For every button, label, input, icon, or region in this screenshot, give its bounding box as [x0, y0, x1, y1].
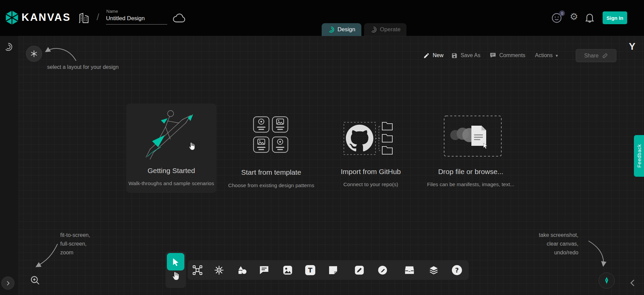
shapes-tool[interactable]	[237, 265, 247, 275]
zoom-hint-text: fit-to-screen, full-screen, zoom	[60, 231, 90, 257]
comments-icon	[490, 52, 496, 59]
kanvas-app: KANVAS / Name Design Operate 0 ⚙	[0, 0, 644, 295]
notification-count-badge: 0	[559, 10, 565, 16]
new-button-label: New	[433, 52, 443, 58]
drawer-tool[interactable]	[404, 265, 415, 275]
save-as-button[interactable]: Save As	[451, 49, 480, 62]
drawer-tray-icon	[404, 265, 415, 275]
file-icon	[471, 126, 487, 149]
provider-icon[interactable]: 0	[551, 12, 562, 24]
tab-design[interactable]: Design	[322, 23, 361, 36]
actions-label: Actions	[535, 52, 552, 58]
notifications-bell-icon[interactable]	[584, 12, 595, 23]
share-label: Share	[584, 53, 599, 59]
hand-pointer-cursor-icon	[187, 141, 197, 151]
app-header: KANVAS / Name Design Operate 0 ⚙	[0, 0, 644, 36]
breadcrumb-separator: /	[97, 12, 99, 23]
github-import-illustration	[330, 118, 411, 159]
sign-in-button[interactable]: Sign In	[603, 11, 627, 24]
template-card-title: Start from template	[226, 168, 316, 176]
brand-name: KANVAS	[22, 11, 71, 24]
share-button[interactable]: Share	[576, 49, 616, 62]
getting-started-subtitle: Walk-throughs and sample scenarios	[113, 180, 230, 186]
feedback-tab[interactable]: Feedback	[634, 135, 644, 177]
comments-button[interactable]: Comments	[490, 49, 525, 62]
comment-tool[interactable]	[259, 265, 269, 275]
kanvas-spiral-icon[interactable]	[4, 42, 13, 51]
note-tool[interactable]	[328, 265, 338, 275]
media-tool[interactable]	[283, 265, 293, 275]
expand-left-panel-button[interactable]	[1, 277, 14, 290]
cursor-arrow-icon	[171, 257, 180, 266]
kanvas-logo-icon[interactable]	[4, 10, 20, 25]
actions-dropdown[interactable]: Actions ▾	[535, 49, 558, 62]
settings-gear-icon[interactable]: ⚙	[570, 11, 578, 22]
import-from-github-card[interactable]: Import from GitHub Connect to your repo(…	[326, 114, 416, 192]
kubernetes-tool[interactable]	[214, 265, 224, 275]
image-icon	[283, 265, 293, 275]
brush-circle-icon	[378, 265, 388, 275]
draw-brush-tool[interactable]	[378, 265, 388, 275]
template-thumbnail-icon	[272, 116, 288, 133]
drop-card-subtitle: Files can be manifests, images, text...	[412, 181, 529, 187]
drop-zone-illustration	[444, 116, 502, 157]
pen-mode-button[interactable]	[599, 272, 615, 289]
pan-hand-tool[interactable]	[171, 271, 181, 281]
share-link-icon	[602, 53, 608, 59]
annotate-pencil-tool[interactable]	[354, 265, 364, 275]
tab-operate-label: Operate	[380, 26, 400, 33]
start-from-template-card[interactable]: Start from template Choose from existing…	[226, 113, 316, 191]
screenshot-hint-text: take screenshot, clear canvas, undo/redo	[511, 231, 578, 257]
cloud-sync-icon[interactable]	[172, 12, 186, 24]
select-tool-button[interactable]	[167, 253, 184, 270]
getting-started-card[interactable]: Getting Started Walk-throughs and sample…	[126, 103, 216, 193]
github-card-title: Import from GitHub	[326, 168, 416, 176]
hand-icon	[171, 271, 181, 281]
save-icon	[451, 52, 458, 59]
help-question-icon: ?	[452, 265, 462, 275]
template-thumbnail-icon	[253, 116, 270, 133]
pen-nib-icon	[603, 277, 611, 285]
pencil-square-icon	[354, 265, 364, 275]
comment-bubble-icon	[259, 265, 269, 275]
design-tab-icon	[328, 26, 334, 33]
zoom-in-button[interactable]	[30, 275, 40, 286]
layers-tool[interactable]	[429, 265, 439, 275]
layout-hint-text: select a layout for your design	[47, 63, 119, 72]
new-button[interactable]: New	[423, 49, 443, 62]
design-name-label: Name	[106, 9, 118, 14]
feedback-label: Feedback	[636, 144, 642, 168]
getting-started-illustration	[133, 106, 210, 165]
design-canvas[interactable]: select a layout for your design New Save…	[0, 36, 644, 295]
tab-operate[interactable]: Operate	[364, 23, 406, 36]
shapes-icon	[237, 265, 247, 275]
design-name-input[interactable]	[106, 15, 167, 25]
helm-wheel-icon	[214, 265, 224, 275]
template-thumbnail-icon	[272, 136, 288, 153]
magnifier-plus-icon	[30, 275, 40, 286]
operate-tab-icon	[370, 26, 377, 33]
chevron-down-icon: ▾	[556, 53, 558, 58]
help-tool[interactable]: ?	[452, 265, 462, 275]
chevron-right-icon	[5, 280, 11, 286]
drop-card-title: Drop file or browse...	[426, 168, 516, 176]
collapse-right-button[interactable]	[628, 278, 637, 288]
github-octocat-icon	[346, 125, 373, 152]
organization-building-icon[interactable]	[78, 12, 90, 24]
snowflake-layout-icon	[30, 50, 38, 58]
comments-label: Comments	[499, 52, 525, 58]
zoom-hint-arrow	[32, 240, 62, 270]
text-tool-icon: T	[305, 265, 315, 275]
layer5-y-logo[interactable]: Y	[629, 41, 635, 52]
repo-folder-icons	[382, 122, 392, 154]
github-card-subtitle: Connect to your repo(s)	[312, 181, 429, 187]
getting-started-title: Getting Started	[126, 167, 216, 175]
drop-file-card[interactable]: Drop file or browse... Files can be mani…	[426, 112, 516, 191]
components-tool[interactable]	[192, 265, 203, 275]
layout-hint-arrow	[40, 42, 83, 64]
text-tool[interactable]: T	[305, 265, 315, 275]
chevron-left-icon	[628, 278, 637, 288]
pencil-icon	[423, 52, 430, 59]
tab-design-label: Design	[337, 26, 355, 33]
save-as-label: Save As	[461, 52, 480, 58]
